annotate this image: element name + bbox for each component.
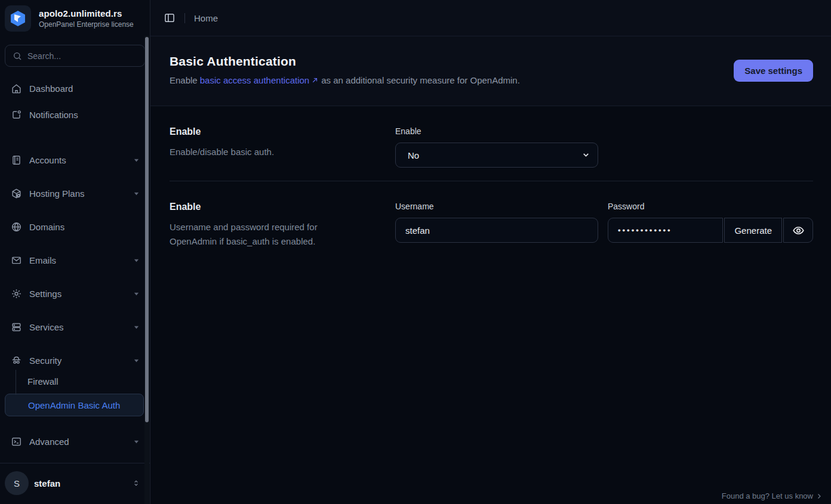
- openpanel-logo-icon: [5, 5, 31, 32]
- topbar: Home: [150, 0, 831, 36]
- form-row-enable: Enable Enable/disable basic auth. Enable…: [170, 106, 813, 181]
- home-icon: [10, 82, 22, 94]
- security-submenu: Firewall OpenAdmin Basic Auth: [0, 370, 150, 420]
- page-header-text: Basic Authentication Enable basic access…: [170, 54, 520, 85]
- username-field-block: Username: [395, 202, 598, 249]
- settings-icon: [10, 287, 22, 299]
- accounts-icon: [10, 154, 22, 166]
- subtitle-prefix: Enable: [170, 75, 198, 85]
- app-window: apolo2.unlimited.rs OpenPanel Enterprise…: [0, 0, 831, 504]
- sidebar-item-domains[interactable]: Domains: [5, 214, 145, 240]
- chevron-down-icon: [133, 257, 140, 264]
- page-title: Basic Authentication: [170, 54, 520, 69]
- report-bug-link[interactable]: Found a bug? Let us know: [722, 491, 831, 504]
- sidebar-item-notifications[interactable]: Notifications: [5, 101, 145, 128]
- username-label: stefan: [34, 478, 127, 488]
- enable-select[interactable]: No: [395, 143, 598, 168]
- chevron-right-icon: [815, 493, 823, 500]
- sidebar-scrollbar[interactable]: [144, 36, 149, 504]
- sidebar-item-label: Security: [29, 355, 126, 366]
- sidebar-item-emails[interactable]: Emails: [5, 247, 145, 273]
- eye-icon: [792, 224, 805, 237]
- search-input[interactable]: [27, 51, 117, 61]
- link-text: basic access authentication: [200, 75, 309, 85]
- sidebar-item-settings[interactable]: Settings: [5, 280, 145, 307]
- sidebar-item-label: OpenAdmin Basic Auth: [28, 400, 120, 410]
- sidebar-item-label: Dashboard: [29, 84, 140, 94]
- generate-password-button[interactable]: Generate: [724, 218, 782, 243]
- show-password-button[interactable]: [783, 218, 813, 243]
- row-description: Enable/disable basic auth.: [170, 145, 325, 159]
- sidebar-item-firewall[interactable]: Firewall: [5, 370, 144, 392]
- sidebar-item-dashboard[interactable]: Dashboard: [5, 75, 145, 101]
- emails-icon: [10, 254, 22, 266]
- sidebar-item-label: Emails: [29, 255, 126, 265]
- field-label: Username: [395, 202, 598, 211]
- domains-icon: [10, 221, 22, 233]
- notifications-icon: [10, 109, 22, 120]
- chevron-down-icon: [133, 290, 140, 297]
- row-heading: Enable: [170, 126, 386, 137]
- sidebar-item-label: Accounts: [29, 155, 126, 165]
- password-group: Generate: [608, 218, 813, 243]
- sidebar-item-hosting-plans[interactable]: Hosting Plans: [5, 180, 145, 206]
- license-label: OpenPanel Enterprise license: [39, 20, 134, 29]
- sidebar-section-gap: [0, 128, 150, 147]
- hosting-plans-icon: [10, 187, 22, 199]
- sidebar-item-advanced[interactable]: Advanced: [5, 428, 145, 454]
- sidebar-item-label: Notifications: [29, 110, 140, 120]
- main-area: Home Basic Authentication Enable basic a…: [150, 0, 831, 504]
- server-hostname: apolo2.unlimited.rs: [39, 8, 134, 18]
- sidebar-item-accounts[interactable]: Accounts: [5, 147, 145, 173]
- search-icon: [13, 51, 22, 61]
- services-icon: [10, 321, 22, 333]
- brand-header: apolo2.unlimited.rs OpenPanel Enterprise…: [0, 0, 150, 37]
- avatar: S: [5, 471, 29, 495]
- advanced-wrap: Advanced: [0, 428, 150, 462]
- sidebar-item-openadmin-basic-auth[interactable]: OpenAdmin Basic Auth: [5, 394, 144, 416]
- username-input[interactable]: [395, 218, 598, 243]
- page-header: Basic Authentication Enable basic access…: [150, 36, 831, 106]
- caret-up-down-icon: [132, 479, 140, 487]
- sidebar: apolo2.unlimited.rs OpenPanel Enterprise…: [0, 0, 150, 504]
- chevron-down-icon: [133, 357, 140, 364]
- form-row-credentials: Enable Username and password required fo…: [170, 181, 813, 262]
- enable-field-block: Enable No: [395, 126, 598, 168]
- sidebar-item-label: Domains: [29, 222, 140, 232]
- user-menu[interactable]: S stefan: [0, 463, 150, 504]
- row-heading: Enable: [170, 202, 386, 212]
- password-field-block: Password Generate: [608, 202, 813, 249]
- security-icon: [10, 354, 22, 366]
- field-label: Enable: [395, 126, 598, 136]
- sidebar-item-services[interactable]: Services: [5, 314, 145, 340]
- row-description: Username and password required for OpenA…: [170, 220, 325, 249]
- sidebar-item-label: Hosting Plans: [29, 188, 126, 199]
- sidebar-scroll-area: Dashboard Notifications Accounts: [0, 37, 150, 504]
- breadcrumb[interactable]: Home: [194, 13, 218, 23]
- row-heading-block: Enable Username and password required fo…: [170, 202, 386, 249]
- save-settings-button[interactable]: Save settings: [734, 60, 813, 82]
- page-subtitle: Enable basic access authentication as an…: [170, 75, 520, 85]
- enable-select-wrap: No: [395, 143, 598, 168]
- chevron-down-icon: [133, 438, 140, 445]
- scrollbar-thumb[interactable]: [145, 37, 149, 422]
- subtitle-suffix: as an additional security measure for Op…: [321, 75, 520, 85]
- sidebar-search[interactable]: [5, 45, 145, 67]
- field-label: Password: [608, 202, 813, 211]
- basic-auth-doc-link[interactable]: basic access authentication: [200, 75, 319, 85]
- topbar-divider: [184, 13, 185, 23]
- chevron-down-icon: [133, 190, 140, 197]
- advanced-icon: [10, 435, 22, 447]
- password-input[interactable]: [608, 218, 723, 243]
- sidebar-item-label: Services: [29, 322, 126, 332]
- bug-text: Found a bug? Let us know: [722, 491, 813, 500]
- form-content: Enable Enable/disable basic auth. Enable…: [150, 106, 831, 262]
- chevron-down-icon: [133, 324, 140, 330]
- chevron-down-icon: [133, 157, 140, 163]
- row-heading-block: Enable Enable/disable basic auth.: [170, 126, 386, 168]
- sidebar-item-label: Settings: [29, 289, 126, 299]
- sidebar-item-label: Advanced: [29, 437, 126, 447]
- sidebar-toggle-icon[interactable]: [164, 12, 176, 24]
- brand-text: apolo2.unlimited.rs OpenPanel Enterprise…: [39, 8, 134, 29]
- external-link-icon: [311, 76, 319, 84]
